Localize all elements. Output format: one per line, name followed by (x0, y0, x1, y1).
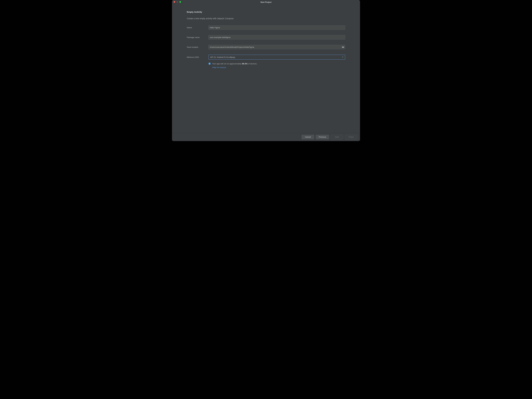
folder-open-icon[interactable] (342, 46, 344, 48)
minimize-window-icon (177, 1, 178, 3)
footer-buttons: Cancel Previous Next Finish (172, 133, 360, 141)
info-percent: 99.3% (242, 63, 247, 65)
svg-point-1 (209, 63, 210, 63)
row-minimum-sdk: Minimum SDK API 21: Android 5.0 (Lollipo… (187, 55, 345, 60)
row-package: Package name (187, 35, 345, 39)
row-name: Name (187, 25, 345, 30)
traffic-lights (173, 1, 181, 3)
window-title: New Project (260, 1, 272, 3)
save-location-field[interactable] (208, 45, 345, 49)
next-button: Next (331, 135, 343, 139)
chevron-down-icon (342, 56, 343, 58)
row-location: Save location (187, 45, 345, 49)
help-me-choose-link[interactable]: Help me choose (212, 66, 257, 69)
label-minimum-sdk: Minimum SDK (187, 56, 208, 58)
label-name: Name (187, 26, 208, 29)
minimum-sdk-select[interactable]: API 21: Android 5.0 (Lollipop) (208, 55, 345, 60)
close-window-icon[interactable] (173, 1, 175, 3)
page-subtitle: Create a new empty activity with Jetpack… (187, 17, 345, 20)
info-suffix: of devices. (247, 63, 257, 65)
save-location-input[interactable] (209, 45, 342, 49)
label-location: Save location (187, 46, 208, 48)
finish-button: Finish (345, 135, 357, 139)
zoom-window-icon[interactable] (179, 1, 181, 3)
info-prefix: Your app will run on approximately (212, 63, 242, 65)
new-project-window: New Project Empty Activity Create a new … (172, 0, 360, 141)
sdk-info-row: Your app will run on approximately 99.3%… (187, 62, 345, 69)
content-area: Empty Activity Create a new empty activi… (172, 4, 360, 133)
sdk-info-text: Your app will run on approximately 99.3%… (212, 62, 257, 69)
page-title: Empty Activity (187, 11, 345, 13)
label-package: Package name (187, 36, 208, 39)
info-icon (208, 62, 211, 65)
cancel-button[interactable]: Cancel (302, 135, 314, 139)
svg-rect-2 (209, 64, 210, 64)
previous-button[interactable]: Previous (316, 135, 329, 139)
titlebar: New Project (172, 0, 360, 4)
name-input[interactable] (208, 25, 345, 30)
package-name-input[interactable] (208, 35, 345, 39)
minimum-sdk-value: API 21: Android 5.0 (Lollipop) (210, 56, 235, 58)
